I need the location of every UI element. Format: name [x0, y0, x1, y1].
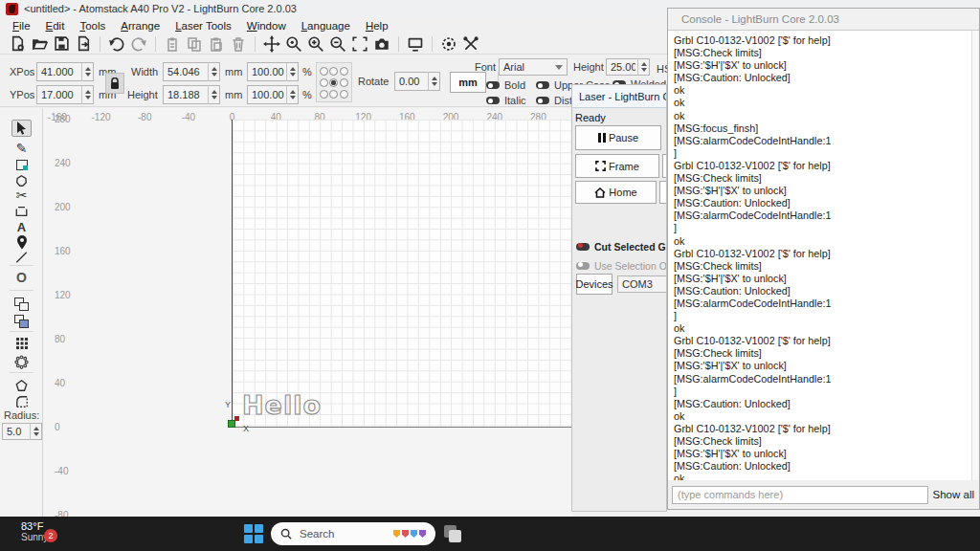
circular-array-tool[interactable] [11, 353, 32, 370]
new-file-button[interactable] [8, 34, 27, 54]
use-origin-toggle[interactable] [576, 262, 590, 270]
canvas-text-object[interactable]: Hello [242, 390, 322, 420]
radius-corner-tool[interactable] [11, 393, 32, 410]
origin-marker-green[interactable] [228, 420, 235, 428]
height-percent-spinner[interactable] [286, 85, 299, 104]
menu-item[interactable]: Window [240, 19, 293, 33]
font-select[interactable]: Arial [499, 58, 568, 76]
ruler-tick-label: 200 [55, 185, 71, 229]
devices-button[interactable]: Devices [576, 274, 612, 295]
pause-button[interactable]: Pause [575, 125, 661, 150]
font-height-label: Height [573, 61, 604, 73]
save-button[interactable] [52, 34, 71, 54]
zoom-in-button[interactable] [306, 34, 325, 54]
grid-array-tool[interactable] [11, 335, 32, 352]
machine-workspace-grid[interactable] [232, 120, 571, 428]
xpos-spinner[interactable] [81, 62, 94, 81]
menu-item[interactable]: Language [295, 19, 357, 33]
home-button[interactable]: Home [575, 181, 657, 204]
width-unit-label: mm [225, 66, 242, 77]
pan-tool-button[interactable] [262, 34, 281, 54]
menu-item[interactable]: Help [359, 19, 395, 33]
weather-temperature: 83°F [21, 520, 48, 532]
units-button[interactable]: mm [450, 72, 486, 93]
select-tool[interactable] [11, 120, 32, 137]
import-button[interactable] [74, 34, 93, 54]
paste-button[interactable] [207, 34, 226, 54]
cut-button[interactable] [163, 34, 182, 54]
width-percent-spinner[interactable] [286, 62, 299, 81]
edit-nodes-tool[interactable]: ✂ [11, 187, 32, 204]
undo-button[interactable] [107, 34, 126, 54]
laser-panel-title[interactable]: Laser - LightBurn Core [572, 85, 666, 108]
copy-button[interactable] [185, 34, 204, 54]
console-window[interactable]: Console - LightBurn Core 2.0.03 Grbl C10… [667, 8, 980, 510]
ruler-tick-label: 80 [55, 317, 71, 361]
aspect-lock-button[interactable] [105, 73, 124, 94]
edit-canvas[interactable]: -160-120-80-4004080120160200240280 28024… [43, 108, 571, 517]
console-command-input[interactable] [672, 486, 928, 504]
console-log-line: ok [674, 110, 971, 122]
distort-toggle[interactable] [536, 97, 549, 104]
upper-case-toggle[interactable] [536, 81, 549, 89]
menu-item[interactable]: Edit [39, 19, 72, 33]
height-spinner[interactable] [208, 85, 220, 104]
zoom-out-button[interactable] [328, 34, 347, 54]
search-box[interactable]: Search [271, 522, 435, 545]
console-log-line: [MSG:Caution: Unlocked] [674, 398, 971, 410]
width-spinner[interactable] [208, 62, 220, 81]
polygon-tool[interactable] [11, 377, 32, 394]
show-all-button[interactable]: Show all [933, 489, 976, 500]
rotate-spinner[interactable] [428, 72, 440, 91]
settings-tools-icon[interactable] [461, 34, 480, 54]
port-select[interactable]: COM3 [617, 276, 667, 293]
height-unit-label: mm [225, 89, 242, 100]
console-log[interactable]: Grbl C10-0132-V1002 ['$' for help][MSG:C… [668, 31, 971, 480]
ypos-spinner[interactable] [81, 85, 94, 104]
console-log-line: Grbl C10-0132-V1002 ['$' for help] [674, 160, 971, 172]
search-placeholder: Search [300, 528, 386, 540]
frame-button[interactable]: Frame [575, 154, 659, 178]
anchor-point-grid[interactable] [316, 62, 352, 102]
delete-button[interactable] [229, 34, 248, 54]
console-scrollbar[interactable] [971, 31, 979, 480]
bold-toggle[interactable] [486, 81, 500, 89]
width-label: Width [131, 66, 158, 77]
console-window-title[interactable]: Console - LightBurn Core 2.0.03 [668, 9, 979, 31]
console-log-line: [MSG:'$H'|'$X' to unlock] [674, 273, 971, 285]
device-settings-gear-icon[interactable] [439, 34, 458, 54]
console-log-line: Grbl C10-0132-V1002 ['$' for help] [674, 248, 971, 260]
draw-lines-tool[interactable]: ✎ [11, 140, 32, 157]
menu-item[interactable]: Tools [73, 19, 112, 33]
ruler-tick-label: 120 [55, 273, 71, 317]
menu-item[interactable]: Laser Tools [168, 19, 238, 33]
italic-toggle[interactable] [486, 97, 500, 104]
height-percent-label: % [302, 89, 312, 100]
cut-selected-toggle[interactable] [576, 243, 590, 251]
rectangle-tool[interactable] [11, 156, 32, 173]
lock-icon [109, 77, 121, 90]
start-button[interactable] [244, 524, 263, 543]
font-height-spinner[interactable] [637, 58, 650, 76]
camera-button[interactable] [372, 34, 391, 54]
cut-off-button[interactable] [659, 181, 667, 204]
menu-item[interactable]: File [6, 19, 37, 33]
boolean-union-tool[interactable] [11, 296, 32, 313]
cut-selected-graphics-row[interactable]: Cut Selected Graphic [576, 241, 667, 253]
offset-shapes-tool[interactable]: O [11, 269, 32, 286]
zoom-tool-button[interactable] [284, 34, 303, 54]
weather-widget[interactable]: 2 83°F Sunny [13, 520, 48, 543]
frame-selection-button[interactable] [350, 34, 369, 54]
open-file-button[interactable] [30, 34, 49, 54]
task-view-button[interactable] [444, 525, 461, 542]
boolean-difference-tool[interactable] [11, 313, 32, 330]
radius-spinner[interactable] [30, 423, 42, 440]
console-log-line: ok [674, 84, 971, 97]
measure-tool[interactable] [11, 249, 32, 266]
toolbar-separator [100, 36, 100, 52]
ruler-tick-label: 160 [55, 229, 71, 273]
menu-item[interactable]: Arrange [114, 19, 167, 33]
redo-button[interactable] [129, 34, 148, 54]
preview-monitor-button[interactable] [406, 34, 425, 54]
use-selection-origin-row[interactable]: Use Selection Origin [576, 260, 667, 272]
